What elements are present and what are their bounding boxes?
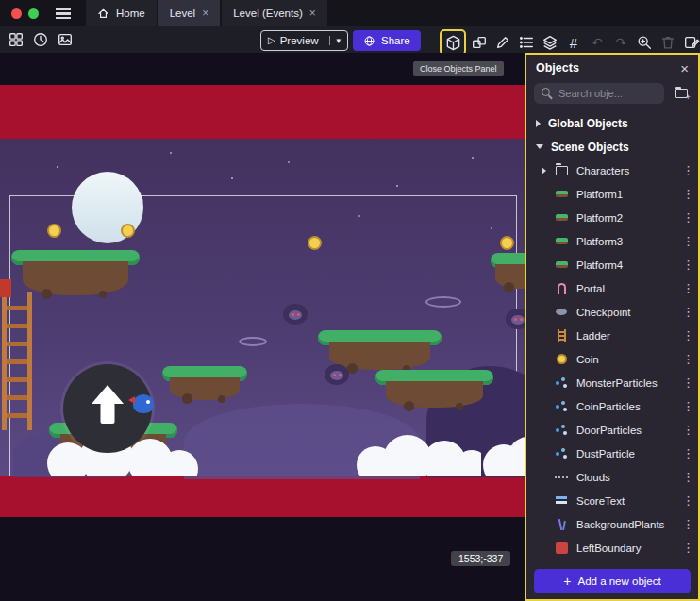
kebab-menu-icon[interactable]: ⋮	[682, 306, 692, 318]
edit-document-icon	[683, 34, 700, 51]
window-close-button[interactable]	[11, 8, 22, 19]
cloud-object[interactable]	[357, 426, 481, 476]
section-global-objects[interactable]: Global Objects	[526, 111, 698, 135]
objects-tree: Global Objects Scene Objects Characters …	[526, 111, 698, 559]
objects-panel-button[interactable]	[442, 32, 463, 53]
object-label: LeftBoundary	[576, 543, 675, 554]
object-item-clouds[interactable]: Clouds ⋮	[526, 465, 698, 489]
ufo-ring-object[interactable]	[425, 296, 461, 308]
object-label: BackgroundPlants	[576, 519, 675, 530]
scene-image-button[interactable]	[55, 29, 75, 50]
object-item-coin[interactable]: Coin ⋮	[526, 347, 698, 371]
instances-list-button[interactable]	[516, 32, 537, 53]
scene-properties-button[interactable]	[681, 32, 700, 53]
kebab-menu-icon[interactable]: ⋮	[682, 282, 692, 294]
project-manager-button[interactable]	[6, 29, 26, 50]
object-label: Platform4	[576, 259, 675, 271]
object-item-monsterparticles[interactable]: MonsterParticles ⋮	[526, 371, 698, 394]
kebab-menu-icon[interactable]: ⋮	[682, 471, 692, 483]
platform-object[interactable]	[491, 253, 525, 292]
player-character-object[interactable]	[133, 394, 154, 413]
object-item-platform3[interactable]: Platform3 ⋮	[526, 229, 698, 253]
close-tab-icon[interactable]: ×	[202, 8, 208, 19]
kebab-menu-icon[interactable]: ⋮	[682, 447, 692, 459]
layers-button[interactable]	[540, 32, 560, 53]
object-item-portal[interactable]: Portal ⋮	[526, 276, 698, 300]
object-item-dustparticle[interactable]: DustParticle ⋮	[526, 442, 698, 465]
platform-object[interactable]	[375, 370, 493, 411]
kebab-menu-icon[interactable]: ⋮	[682, 353, 692, 365]
panel-title: Objects	[536, 61, 579, 75]
object-item-platform2[interactable]: Platform2 ⋮	[526, 206, 698, 229]
object-item-scoretext[interactable]: ScoreText ⋮	[526, 489, 698, 512]
kebab-menu-icon[interactable]: ⋮	[682, 376, 692, 389]
section-scene-objects[interactable]: Scene Objects	[526, 135, 698, 159]
coin-object[interactable]	[121, 224, 135, 238]
chevron-down-icon[interactable]: ▾	[329, 36, 342, 45]
coin-object[interactable]	[308, 236, 322, 250]
close-tab-icon[interactable]: ×	[309, 8, 316, 19]
kebab-menu-icon[interactable]: ⋮	[682, 424, 692, 436]
tab-home[interactable]: Home	[86, 0, 157, 26]
kebab-menu-icon[interactable]: ⋮	[682, 518, 692, 530]
object-item-leftboundary[interactable]: LeftBoundary ⋮	[526, 536, 698, 559]
object-item-doorparticles[interactable]: DoorParticles ⋮	[526, 418, 698, 442]
kebab-menu-icon[interactable]: ⋮	[682, 259, 692, 271]
kebab-menu-icon[interactable]: ⋮	[682, 235, 692, 247]
tab-level-events[interactable]: Level (Events) ×	[222, 0, 327, 26]
object-item-ladder[interactable]: Ladder ⋮	[526, 324, 698, 347]
kebab-menu-icon[interactable]: ⋮	[682, 329, 692, 342]
object-groups-button[interactable]	[469, 32, 490, 53]
undo-icon: ↶	[592, 36, 603, 49]
monster-object[interactable]	[325, 364, 349, 385]
cloud-object[interactable]	[483, 426, 525, 476]
top-boundary[interactable]	[0, 85, 525, 139]
coin-object[interactable]	[500, 236, 514, 250]
delete-button[interactable]	[658, 32, 678, 53]
object-item-platform4[interactable]: Platform4 ⋮	[526, 253, 698, 276]
boundary-icon	[556, 542, 568, 554]
undo-button[interactable]: ↶	[587, 32, 608, 53]
section-label: Global Objects	[548, 117, 692, 130]
tab-level[interactable]: Level ×	[158, 0, 221, 26]
kebab-menu-icon[interactable]: ⋮	[682, 542, 692, 554]
menu-icon[interactable]	[56, 8, 71, 19]
tab-label: Level	[170, 8, 196, 19]
monster-object[interactable]	[506, 309, 525, 329]
kebab-menu-icon[interactable]: ⋮	[682, 494, 692, 507]
object-item-coinparticles[interactable]: CoinParticles ⋮	[526, 394, 698, 418]
kebab-menu-icon[interactable]: ⋮	[682, 164, 692, 176]
object-item-backgroundplants[interactable]: BackgroundPlants ⋮	[526, 512, 698, 536]
kebab-menu-icon[interactable]: ⋮	[682, 188, 692, 200]
kebab-menu-icon[interactable]: ⋮	[682, 211, 692, 224]
ladder-object[interactable]	[2, 292, 32, 430]
groups-icon	[471, 34, 488, 51]
coin-object[interactable]	[47, 224, 61, 238]
redo-button[interactable]: ↷	[610, 32, 631, 53]
chevron-down-icon	[536, 144, 543, 149]
ufo-ring-object[interactable]	[239, 337, 267, 346]
close-panel-icon[interactable]: ×	[680, 61, 689, 75]
add-new-object-button[interactable]: + Add a new object	[534, 569, 691, 593]
left-boundary-object[interactable]	[0, 279, 11, 297]
preview-button[interactable]: ▷ Preview ▾	[260, 30, 348, 51]
scene-canvas[interactable]: 1553;-337	[0, 53, 525, 601]
zoom-button[interactable]	[634, 32, 655, 53]
kebab-menu-icon[interactable]: ⋮	[682, 400, 692, 412]
history-button[interactable]	[30, 29, 51, 50]
window-zoom-button[interactable]	[28, 8, 39, 19]
edit-button[interactable]	[492, 32, 513, 53]
platform-object[interactable]	[162, 366, 247, 404]
particles-icon	[556, 381, 559, 385]
bottom-boundary[interactable]	[0, 476, 525, 517]
add-folder-button[interactable]	[672, 84, 691, 103]
grid-button[interactable]: #	[563, 32, 584, 53]
object-item-characters[interactable]: Characters ⋮	[526, 159, 698, 182]
monster-object[interactable]	[283, 304, 308, 325]
share-button[interactable]: Share	[353, 30, 421, 51]
object-item-checkpoint[interactable]: Checkpoint ⋮	[526, 300, 698, 324]
clock-icon	[32, 31, 49, 48]
object-item-platform1[interactable]: Platform1 ⋮	[526, 182, 698, 206]
cube-icon	[444, 34, 462, 52]
search-input[interactable]	[534, 83, 664, 104]
